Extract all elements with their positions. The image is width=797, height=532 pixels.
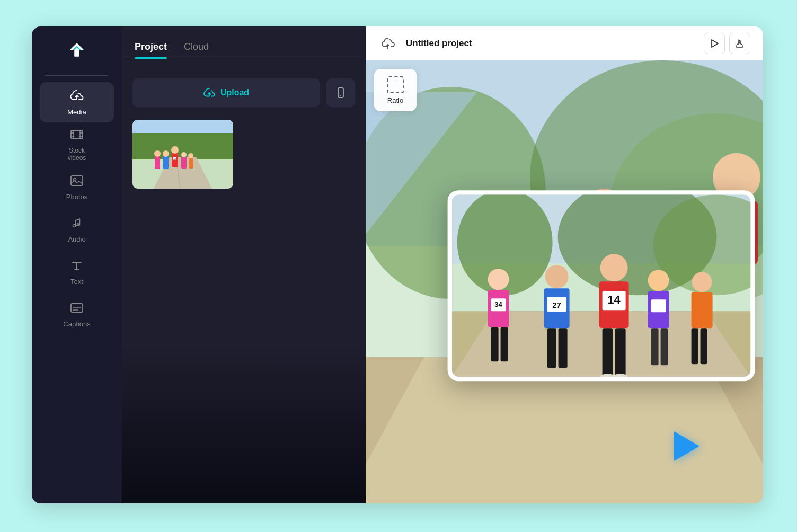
media-thumbnail-1[interactable]: 14 [132, 120, 233, 189]
svg-rect-23 [163, 156, 169, 169]
svg-point-24 [163, 150, 169, 157]
upload-button[interactable]: Upload [132, 78, 320, 107]
tab-project[interactable]: Project [135, 41, 167, 59]
svg-rect-21 [155, 156, 160, 169]
app-logo [64, 37, 90, 63]
svg-point-86 [488, 269, 509, 290]
svg-marker-34 [712, 40, 718, 47]
tab-divider [122, 59, 366, 59]
svg-rect-103 [615, 328, 626, 376]
svg-text:14: 14 [607, 293, 621, 306]
main-photo-svg: 34 27 14 [452, 194, 751, 377]
sidebar-item-stock-videos[interactable]: Stockvideos [40, 125, 114, 165]
sidebar-divider [45, 75, 109, 76]
sidebar: Media Stockvideos [32, 26, 122, 503]
sidebar-item-text[interactable]: Text [40, 252, 114, 292]
play-button[interactable] [704, 33, 725, 54]
svg-rect-12 [71, 304, 83, 312]
svg-rect-7 [71, 176, 83, 185]
svg-rect-113 [692, 328, 698, 364]
svg-rect-0 [71, 130, 83, 139]
svg-rect-31 [189, 158, 193, 169]
main-container: Media Stockvideos [32, 26, 763, 503]
header-actions [704, 33, 750, 54]
play-cursor-icon [674, 431, 699, 461]
text-icon [70, 259, 84, 274]
svg-text:14: 14 [173, 157, 176, 161]
svg-rect-112 [692, 292, 713, 328]
editor-header: Untitled project [366, 26, 763, 60]
svg-point-32 [188, 153, 193, 158]
media-grid: 14 [122, 116, 366, 193]
media-panel-tabs: Project Cloud [122, 26, 366, 59]
sidebar-item-captions-label: Captions [63, 320, 90, 328]
audio-icon [70, 216, 84, 232]
editor-area: Untitled project Ratio [366, 26, 763, 503]
svg-point-16 [340, 95, 341, 96]
sidebar-item-media-label: Media [67, 108, 86, 116]
mobile-button[interactable] [326, 78, 355, 107]
svg-rect-29 [181, 157, 187, 169]
svg-rect-91 [501, 327, 508, 361]
svg-rect-90 [491, 327, 499, 361]
main-photo-inner: 34 27 14 [452, 194, 751, 377]
sidebar-item-captions[interactable]: Captions [40, 294, 114, 334]
film-icon [70, 128, 84, 144]
svg-point-30 [181, 152, 187, 157]
svg-rect-102 [603, 328, 613, 376]
hand-cursor-button[interactable] [729, 33, 750, 54]
sidebar-item-text-label: Text [70, 278, 83, 286]
svg-rect-97 [559, 328, 568, 368]
svg-point-106 [648, 270, 669, 291]
sidebar-item-photos-label: Photos [66, 193, 87, 201]
project-title: Untitled project [406, 38, 695, 49]
ratio-button[interactable]: Ratio [374, 69, 417, 111]
svg-point-98 [600, 254, 628, 281]
svg-text:27: 27 [552, 300, 561, 309]
sidebar-item-photos[interactable]: Photos [40, 167, 114, 207]
svg-point-92 [545, 265, 569, 288]
svg-text:34: 34 [494, 300, 502, 308]
svg-rect-109 [651, 328, 659, 365]
svg-point-22 [154, 150, 161, 157]
svg-rect-110 [661, 328, 668, 365]
media-icon [70, 89, 84, 105]
svg-rect-96 [547, 328, 556, 368]
cloud-save-icon[interactable] [378, 34, 397, 53]
svg-point-111 [692, 272, 712, 292]
sidebar-item-audio[interactable]: Audio [40, 209, 114, 250]
media-panel: Project Cloud Upload [122, 26, 366, 503]
svg-point-26 [171, 146, 179, 154]
captions-icon [70, 301, 84, 317]
media-actions: Upload [122, 70, 366, 116]
sidebar-item-audio-label: Audio [68, 235, 85, 243]
sidebar-item-media[interactable]: Media [40, 82, 114, 122]
tab-cloud[interactable]: Cloud [184, 41, 209, 59]
ratio-label: Ratio [387, 96, 403, 104]
upload-button-label: Upload [220, 88, 249, 97]
ratio-icon [387, 76, 404, 93]
main-photo-frame: 34 27 14 [448, 190, 755, 381]
canvas-area: Ratio [366, 60, 763, 503]
image-icon [70, 174, 84, 190]
sidebar-item-stock-videos-label: Stockvideos [68, 147, 86, 162]
svg-rect-108 [651, 299, 666, 312]
svg-rect-114 [701, 328, 707, 364]
